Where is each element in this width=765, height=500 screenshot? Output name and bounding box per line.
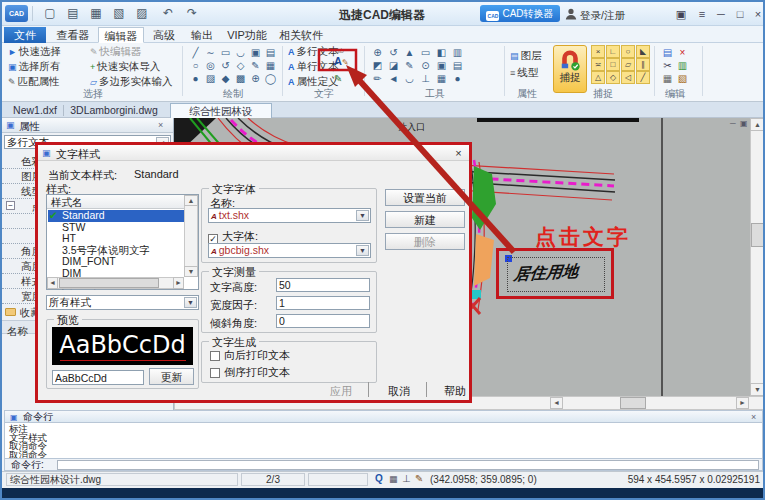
tool-stretch-icon[interactable]: ◩: [370, 59, 385, 72]
vertical-scrollbar[interactable]: [750, 118, 765, 396]
snap-extension-icon[interactable]: ╱: [636, 71, 650, 84]
tool-chamfer-icon[interactable]: ◄: [386, 72, 401, 85]
command-panel-close-icon[interactable]: ×: [751, 411, 756, 423]
draw-spline-icon[interactable]: ∼: [203, 46, 218, 59]
tool-rotate-icon[interactable]: ↺: [386, 46, 401, 59]
snap-insert-icon[interactable]: ▱: [621, 58, 635, 71]
snap-perpendicular-icon[interactable]: ◁: [621, 71, 635, 84]
tool-group-icon[interactable]: ▣: [434, 59, 449, 72]
oblique-angle-input[interactable]: [276, 314, 370, 328]
tool-scale-icon[interactable]: ▭: [418, 46, 433, 59]
snap-toggle-button[interactable]: 捕捉: [553, 45, 587, 93]
login-register-link[interactable]: 登录/注册: [580, 9, 625, 23]
scroll-right-icon[interactable]: ►: [173, 277, 184, 289]
chevron-down-icon[interactable]: ▼: [356, 245, 369, 256]
draw-rect-icon[interactable]: ▭: [218, 46, 233, 59]
doc-tab-garden-design[interactable]: 综合性园林设计.dwg×: [170, 103, 272, 118]
doc-tab-new1[interactable]: New1.dxf: [8, 103, 62, 118]
open-file-icon[interactable]: ▤: [65, 6, 81, 20]
status-ortho-toggle-icon[interactable]: ⊥: [402, 473, 411, 484]
width-factor-input[interactable]: [276, 296, 370, 310]
tab-advanced[interactable]: 高级: [146, 27, 182, 43]
match-properties-button[interactable]: ✎匹配属性: [8, 75, 60, 88]
draw-block-icon[interactable]: ◇: [233, 59, 248, 72]
tab-viewer[interactable]: 查看器: [50, 27, 96, 43]
draw-region-icon[interactable]: ▣: [248, 46, 263, 59]
command-input[interactable]: [57, 460, 759, 470]
layer-button[interactable]: ▤图层: [510, 49, 542, 62]
maximize-button[interactable]: □: [733, 8, 747, 20]
chevron-down-icon[interactable]: ▼: [356, 210, 369, 221]
quick-entity-import-button[interactable]: +快速实体导入: [90, 60, 160, 73]
snap-quadrant-icon[interactable]: ◇: [606, 71, 620, 84]
tool-explode-icon[interactable]: ▤: [450, 59, 465, 72]
font-name-select[interactable]: Atxt.shx ▼: [208, 208, 371, 223]
select-all-button[interactable]: ▣选择所有: [8, 60, 61, 73]
scroll-up-icon[interactable]: ▲: [750, 118, 765, 131]
status-brush-toggle-icon[interactable]: ✎: [415, 473, 423, 484]
snap-tangent-icon[interactable]: △: [591, 71, 605, 84]
tool-move-icon[interactable]: ⊕: [370, 46, 385, 59]
bigfont-select[interactable]: Agbcbig.shx ▼: [208, 243, 371, 258]
draw-polygon-icon[interactable]: ◯: [263, 72, 278, 85]
style-item-standard[interactable]: ✔ Standard: [48, 210, 184, 222]
tool-trim-icon[interactable]: ◪: [386, 59, 401, 72]
style-filter-select[interactable]: 所有样式 ▼: [46, 295, 199, 310]
tab-output[interactable]: 输出: [184, 27, 220, 43]
tab-editor[interactable]: 编辑器: [98, 27, 144, 43]
tool-point-icon[interactable]: ●: [450, 72, 465, 85]
upsidedown-checkbox[interactable]: 倒序打印文本: [210, 365, 290, 380]
style-item-stw[interactable]: STW: [48, 222, 184, 234]
hscrollbar-thumb[interactable]: [59, 278, 159, 288]
style-item-ht[interactable]: HT: [48, 233, 184, 245]
cancel-button[interactable]: 取消: [378, 384, 420, 399]
scroll-left-icon[interactable]: ◄: [47, 277, 58, 289]
edit-copy-icon[interactable]: ▥: [675, 59, 690, 72]
backwards-checkbox[interactable]: 向后打印文本: [210, 348, 290, 363]
new-file-icon[interactable]: ▢: [42, 6, 58, 20]
redo-icon[interactable]: ↷: [184, 6, 200, 20]
edit-properties-icon[interactable]: ▧: [675, 72, 690, 85]
tool-fillet-icon[interactable]: ◡: [402, 72, 417, 85]
snap-center-icon[interactable]: ○: [621, 45, 635, 58]
tool-offset-icon[interactable]: ⊙: [418, 59, 433, 72]
mdi-restore-icon[interactable]: ▣: [740, 119, 748, 128]
draw-grid-icon[interactable]: ⊕: [248, 72, 263, 85]
command-history[interactable]: 标注 文字样式 取消命令 取消命令: [4, 423, 763, 458]
tree-collapse-icon[interactable]: −: [6, 201, 15, 210]
draw-ellipse-icon[interactable]: ◎: [203, 59, 218, 72]
draw-circle-icon[interactable]: ○: [188, 59, 203, 72]
draw-line-icon[interactable]: ╱: [188, 46, 203, 59]
status-grid-toggle-icon[interactable]: ▦: [389, 474, 398, 484]
minimize-button[interactable]: ─: [714, 8, 728, 20]
undo-icon[interactable]: ↶: [160, 6, 176, 20]
cad-converter-button[interactable]: CADCAD转换器: [480, 5, 560, 22]
update-button[interactable]: 更新: [149, 368, 194, 385]
scroll-down-icon[interactable]: ▼: [750, 383, 765, 396]
chevron-down-icon[interactable]: ▼: [184, 297, 197, 308]
tool-measure-icon[interactable]: ▦: [434, 72, 449, 85]
style-list-vscrollbar[interactable]: [184, 195, 198, 277]
snap-nearest-icon[interactable]: ◣: [636, 45, 650, 58]
edit-duplicate-icon[interactable]: ▦: [660, 72, 675, 85]
style-item-dimfont[interactable]: DIM_FONT: [48, 256, 184, 268]
doc-tab-lamborgini[interactable]: 3DLamborgini.dwg: [66, 103, 162, 118]
attribute-define-button[interactable]: A属性定义: [288, 75, 339, 88]
edit-attribute-icon[interactable]: ✎: [334, 73, 342, 84]
tool-edit-icon[interactable]: ✎: [402, 59, 417, 72]
tab-file[interactable]: 文件: [4, 27, 46, 43]
draw-polyline-icon[interactable]: ●: [188, 72, 203, 85]
draw-revision-icon[interactable]: ↺: [218, 59, 233, 72]
snap-node-icon[interactable]: □: [606, 58, 620, 71]
menu-icon[interactable]: ≡: [695, 8, 709, 20]
tool-pen-icon[interactable]: ✏: [370, 72, 385, 85]
linetype-button[interactable]: ≡线型: [510, 66, 538, 79]
tab-related[interactable]: 相关软件: [274, 27, 328, 43]
status-snap-toggle-icon[interactable]: Q: [375, 473, 383, 484]
draw-hatch-icon[interactable]: ▨: [203, 72, 218, 85]
edit-cut-icon[interactable]: ✂: [660, 59, 675, 72]
command-panel-header[interactable]: ▣ 命令行 ×: [4, 410, 763, 423]
feedback-icon[interactable]: ▣: [674, 8, 688, 21]
draw-image-icon[interactable]: ▤: [263, 46, 278, 59]
snap-endpoint-icon[interactable]: ∟: [606, 45, 620, 58]
